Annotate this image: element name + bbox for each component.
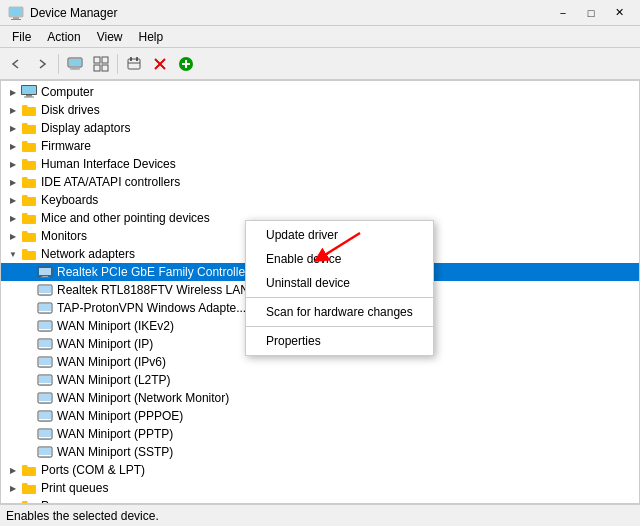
close-button[interactable]: ✕ [606, 3, 632, 23]
toolbar-settings[interactable] [122, 52, 146, 76]
net-icon [37, 426, 53, 442]
svg-rect-56 [40, 403, 50, 404]
tree-label: WAN Miniport (L2TP) [57, 373, 171, 387]
svg-rect-27 [42, 276, 48, 277]
menu-file[interactable]: File [4, 28, 39, 46]
toolbar-forward[interactable] [30, 52, 54, 76]
toolbar-add[interactable] [174, 52, 198, 76]
net-icon [37, 444, 53, 460]
tree-label: WAN Miniport (IPv6) [57, 355, 166, 369]
menu-view[interactable]: View [89, 28, 131, 46]
folder-icon [21, 120, 37, 136]
svg-rect-60 [40, 421, 50, 422]
svg-rect-8 [94, 57, 100, 63]
tree-item-firmware[interactable]: ▶Firmware [1, 137, 639, 155]
svg-rect-36 [40, 313, 50, 314]
svg-rect-66 [39, 448, 51, 455]
toolbar-delete[interactable] [148, 52, 172, 76]
maximize-button[interactable]: □ [578, 3, 604, 23]
expand-icon: ▶ [5, 138, 21, 154]
svg-rect-67 [42, 456, 48, 457]
tree-label: Ports (COM & LPT) [41, 463, 145, 477]
minimize-button[interactable]: − [550, 3, 576, 23]
ctx-separator [246, 297, 433, 298]
svg-rect-52 [40, 385, 50, 386]
window-title: Device Manager [30, 6, 117, 20]
tree-label: WAN Miniport (PPPOE) [57, 409, 183, 423]
tree-item-computer[interactable]: ▶Computer [1, 83, 639, 101]
net-icon [37, 282, 53, 298]
expand-icon: ▶ [5, 156, 21, 172]
expand-icon [5, 336, 21, 352]
svg-rect-38 [39, 322, 51, 329]
svg-rect-46 [39, 358, 51, 365]
folder-icon [21, 138, 37, 154]
svg-rect-23 [26, 95, 32, 97]
folder-icon [21, 192, 37, 208]
menu-action[interactable]: Action [39, 28, 88, 46]
tree-item-display-adaptors[interactable]: ▶Display adaptors [1, 119, 639, 137]
svg-rect-30 [39, 286, 51, 293]
tree-item-processors[interactable]: ▶Processors [1, 497, 639, 504]
tree-item-wan-l2tp[interactable]: WAN Miniport (L2TP) [1, 371, 639, 389]
ctx-item-enable-device[interactable]: Enable device [246, 247, 433, 271]
tree-item-wan-pptp[interactable]: WAN Miniport (PPTP) [1, 425, 639, 443]
context-menu: Update driverEnable deviceUninstall devi… [245, 220, 434, 356]
menu-help[interactable]: Help [131, 28, 172, 46]
tree-label: IDE ATA/ATAPI controllers [41, 175, 180, 189]
tree-item-wan-netmon[interactable]: WAN Miniport (Network Monitor) [1, 389, 639, 407]
tree-label: TAP-ProtonVPN Windows Adapte... [57, 301, 246, 315]
tree-label: WAN Miniport (IP) [57, 337, 153, 351]
expand-icon: ▶ [5, 228, 21, 244]
toolbar-sep-1 [58, 54, 59, 74]
svg-rect-48 [40, 367, 50, 368]
svg-rect-40 [40, 331, 50, 332]
folder-icon [21, 462, 37, 478]
svg-rect-58 [39, 412, 51, 419]
tree-item-ports[interactable]: ▶Ports (COM & LPT) [1, 461, 639, 479]
toolbar-sep-2 [117, 54, 118, 74]
ctx-item-update-driver[interactable]: Update driver [246, 223, 433, 247]
svg-rect-5 [69, 59, 81, 66]
tree-item-hid[interactable]: ▶Human Interface Devices [1, 155, 639, 173]
svg-rect-34 [39, 304, 51, 311]
net-icon [37, 408, 53, 424]
svg-rect-42 [39, 340, 51, 347]
tree-item-wan-sstp[interactable]: WAN Miniport (SSTP) [1, 443, 639, 461]
svg-rect-50 [39, 376, 51, 383]
expand-icon: ▶ [5, 498, 21, 504]
tree-label: WAN Miniport (Network Monitor) [57, 391, 229, 405]
expand-icon [5, 372, 21, 388]
tree-item-ide[interactable]: ▶IDE ATA/ATAPI controllers [1, 173, 639, 191]
expand-icon: ▼ [5, 246, 21, 262]
ctx-item-scan-hardware[interactable]: Scan for hardware changes [246, 300, 433, 324]
tree-item-wan-pppoe[interactable]: WAN Miniport (PPPOE) [1, 407, 639, 425]
expand-icon: ▶ [5, 462, 21, 478]
tree-item-print-queues[interactable]: ▶Print queues [1, 479, 639, 497]
svg-rect-6 [72, 67, 78, 69]
tree-label: Display adaptors [41, 121, 130, 135]
title-bar: Device Manager − □ ✕ [0, 0, 640, 26]
app-icon [8, 5, 24, 21]
toolbar-expand[interactable] [89, 52, 113, 76]
tree-item-keyboards[interactable]: ▶Keyboards [1, 191, 639, 209]
ctx-separator [246, 326, 433, 327]
folder-icon [21, 498, 37, 504]
expand-icon [5, 354, 21, 370]
svg-rect-2 [13, 17, 19, 19]
toolbar-computer[interactable] [63, 52, 87, 76]
expand-icon [5, 264, 21, 280]
ctx-item-uninstall-device[interactable]: Uninstall device [246, 271, 433, 295]
svg-rect-12 [128, 59, 140, 69]
svg-rect-35 [42, 312, 48, 313]
net-icon [37, 354, 53, 370]
svg-rect-54 [39, 394, 51, 401]
expand-icon: ▶ [5, 120, 21, 136]
ctx-item-properties[interactable]: Properties [246, 329, 433, 353]
tree-label: Realtek PCIe GbE Family Controller [57, 265, 249, 279]
svg-rect-31 [42, 294, 48, 295]
svg-rect-28 [40, 277, 50, 278]
title-bar-left: Device Manager [8, 5, 117, 21]
tree-item-disk-drives[interactable]: ▶Disk drives [1, 101, 639, 119]
toolbar-back[interactable] [4, 52, 28, 76]
